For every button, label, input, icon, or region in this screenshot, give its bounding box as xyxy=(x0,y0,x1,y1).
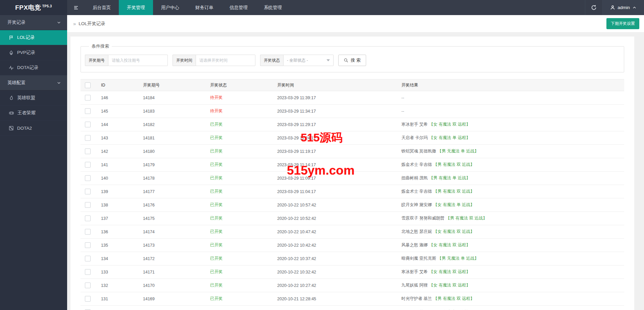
sidebar-item-dota2[interactable]: DOTA2 xyxy=(0,121,67,136)
row-status: 已开奖 xyxy=(210,269,223,274)
search-button-label: 搜 索 xyxy=(351,57,361,63)
row-checkbox[interactable] xyxy=(85,283,91,288)
row-checkbox[interactable] xyxy=(85,108,91,114)
row-id: 134 xyxy=(101,256,108,261)
row-issue: 14179 xyxy=(143,163,155,167)
result-champion: 扭曲树精 茂凯 xyxy=(401,176,428,180)
row-time: 2020-10-22 10:52:42 xyxy=(277,216,316,221)
sidebar-item-lol-records[interactable]: LOL记录 xyxy=(0,30,67,45)
row-issue: 14183 xyxy=(143,109,155,114)
row-time: 2023-03-29 11:24:17 xyxy=(277,136,316,140)
nav-item-info-management[interactable]: 信息管理 xyxy=(221,0,256,15)
status-select[interactable]: - 全部状态 - xyxy=(283,55,334,66)
result-tags: 【女 有魔法 双 近战】 xyxy=(433,229,475,234)
table-row: 13114169已开奖2020-10-21 12:28:45时光守护者 基兰【男… xyxy=(81,292,624,306)
row-time: 2023-03-29 11:34:17 xyxy=(277,109,316,114)
refresh-button[interactable] xyxy=(585,0,602,15)
user-menu[interactable]: admin xyxy=(602,0,644,15)
row-checkbox[interactable] xyxy=(85,162,91,168)
row-issue: 14181 xyxy=(143,136,155,140)
nav-item-dashboard[interactable]: 后台首页 xyxy=(85,0,119,15)
result-champion: 雪原双子 努努和威朗普 xyxy=(401,216,444,221)
sidebar-item-label: DOTA2 xyxy=(17,126,32,131)
sidebar-item-pvp-records[interactable]: PVP记录 xyxy=(0,45,67,60)
nav-item-finance-orders[interactable]: 财务订单 xyxy=(187,0,221,15)
result-champion: 北地之怒 瑟庄妮 xyxy=(401,229,432,234)
nav-item-user-center[interactable]: 用户中心 xyxy=(153,0,187,15)
sidebar-item-honor-of-kings[interactable]: 王者荣耀 xyxy=(0,106,67,121)
row-issue: 14171 xyxy=(143,270,155,274)
row-issue: 14172 xyxy=(143,256,155,261)
table-row: 14214180已开奖2023-03-29 11:19:17铁铠冥魂 莫德凯撒【… xyxy=(81,145,624,158)
hamburger-icon xyxy=(73,5,79,10)
breadcrumb: » LOL开奖记录 xyxy=(73,21,105,27)
row-id: 142 xyxy=(101,149,108,154)
row-checkbox[interactable] xyxy=(85,202,91,208)
row-time: 2023-03-29 11:19:17 xyxy=(277,149,316,154)
row-id: 131 xyxy=(101,297,108,301)
row-checkbox[interactable] xyxy=(85,189,91,194)
row-id: 133 xyxy=(101,270,108,274)
result-tags: 【男 有魔法 双 远程】 xyxy=(433,296,475,301)
result-tags: 【男 无魔法 单 近战】 xyxy=(437,149,479,153)
row-issue: 14177 xyxy=(143,189,155,194)
nav-item-system-management[interactable]: 系统管理 xyxy=(256,0,290,15)
result-champion: 皎月女神 黛安娜 xyxy=(401,202,432,207)
table-row: 14014178已开奖2023-03-29 11:09:17扭曲树精 茂凯【男 … xyxy=(81,172,624,185)
refresh-icon xyxy=(591,5,597,10)
row-checkbox[interactable] xyxy=(85,175,91,181)
sidebar-item-dota-records[interactable]: DOTA记录 xyxy=(0,60,67,75)
row-issue: 14170 xyxy=(143,283,155,288)
sidebar-group-draw-records[interactable]: 开奖记录 xyxy=(0,15,67,30)
sidebar-group-label: 开奖记录 xyxy=(7,19,26,25)
pulse-icon xyxy=(9,65,14,70)
row-checkbox[interactable] xyxy=(85,122,91,127)
main-nav: 后台首页 开奖管理 用户中心 财务订单 信息管理 系统管理 xyxy=(85,0,290,15)
result-champion: 暗裔剑魔 亚托克斯 xyxy=(401,256,436,261)
row-checkbox[interactable] xyxy=(85,229,91,235)
row-checkbox[interactable] xyxy=(85,269,91,275)
row-id: 136 xyxy=(101,230,108,234)
brand-text: FPX电竞 xyxy=(15,3,41,12)
sidebar-item-label: DOTA记录 xyxy=(17,65,39,71)
row-id: 132 xyxy=(101,283,108,288)
result-champion: 时光守护者 基兰 xyxy=(401,296,432,301)
sidebar-item-league-of-legends[interactable]: 英雄联盟 xyxy=(0,90,67,106)
select-all-checkbox[interactable] xyxy=(85,82,91,88)
sidebar-group-hero-config[interactable]: 英雄配置 xyxy=(0,75,67,90)
row-checkbox[interactable] xyxy=(85,135,91,141)
row-checkbox[interactable] xyxy=(85,95,91,101)
gamepad-icon xyxy=(9,111,14,116)
row-checkbox[interactable] xyxy=(85,242,91,248)
result-champion: 炼金术士 辛吉德 xyxy=(401,162,432,167)
row-checkbox[interactable] xyxy=(85,215,91,221)
chevron-up-icon xyxy=(632,5,637,10)
row-issue: 14178 xyxy=(143,176,155,181)
search-button[interactable]: 搜 索 xyxy=(338,55,366,66)
row-checkbox[interactable] xyxy=(85,296,91,302)
issue-input[interactable] xyxy=(108,55,168,66)
row-checkbox[interactable] xyxy=(85,256,91,261)
sidebar-item-label: 英雄联盟 xyxy=(17,95,35,101)
time-input[interactable] xyxy=(196,55,255,66)
sidebar-toggle-button[interactable] xyxy=(67,0,85,15)
result-tags: 【男 有魔法 双 近战】 xyxy=(433,162,475,167)
nav-item-draw-management[interactable]: 开奖管理 xyxy=(119,0,153,15)
row-checkbox[interactable] xyxy=(85,148,91,154)
search-fieldset: 条件搜索 开奖期号 开奖时间 开奖状态 - 全部状态 - xyxy=(81,43,624,72)
top-navbar: FPX电竞TP5.3 后台首页 开奖管理 用户中心 财务订单 信息管理 系统管理… xyxy=(0,0,644,15)
column-header-issue: 开奖期号 xyxy=(139,79,206,91)
column-header-id: ID xyxy=(97,79,139,91)
row-status: 已开奖 xyxy=(210,216,223,221)
issue-filter: 开奖期号 xyxy=(85,55,168,66)
next-draw-settings-button[interactable]: 下期开奖设置 xyxy=(606,18,639,29)
row-status: 已开奖 xyxy=(210,189,223,194)
result-champion: 铁铠冥魂 莫德凯撒 xyxy=(401,149,436,153)
table-row: 13814176已开奖2020-10-22 10:57:42皎月女神 黛安娜【女… xyxy=(81,198,624,212)
status-select-value: - 全部状态 - xyxy=(287,58,308,63)
table-row: 14114179已开奖2023-03-29 11:14:17炼金术士 辛吉德【男… xyxy=(81,158,624,172)
result-tags: 【女 有魔法 单 近战】 xyxy=(433,202,475,207)
result-empty: -- xyxy=(401,96,404,100)
table-header-row: ID 开奖期号 开奖状态 开奖时间 开奖结果 xyxy=(81,79,624,91)
user-name: admin xyxy=(617,5,630,10)
